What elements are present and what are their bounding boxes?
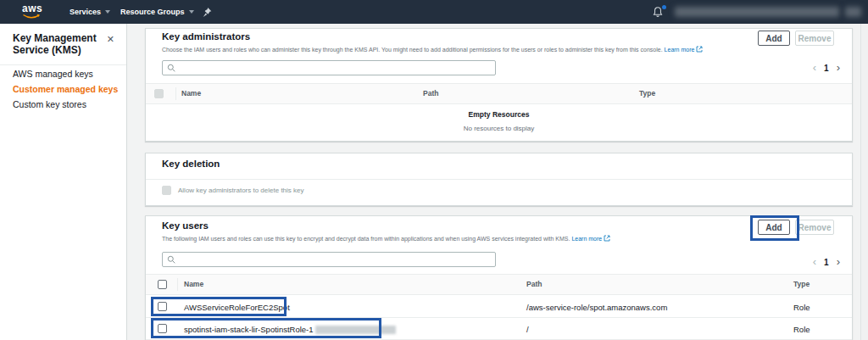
row-checkbox[interactable] <box>158 302 167 311</box>
chevron-down-icon <box>189 10 194 14</box>
pin-icon[interactable] <box>203 6 212 21</box>
nav-resource-groups-label: Resource Groups <box>120 8 185 16</box>
key-deletion-title: Key deletion <box>162 159 220 169</box>
learn-more-link[interactable]: Learn more <box>665 47 704 53</box>
nav-resource-groups[interactable]: Resource Groups <box>120 0 194 24</box>
page-number[interactable]: 1 <box>824 64 829 73</box>
column-divider <box>177 278 178 291</box>
kms-console-page: aws Services Resource Groups <box>0 0 868 340</box>
empty-state-title: Empty Resources <box>146 110 852 119</box>
sidebar-item-custom-key-stores[interactable]: Custom key stores <box>13 99 86 109</box>
cell-name: AWSServiceRoleForEC2Spot <box>184 303 290 312</box>
nav-services-label: Services <box>70 8 101 16</box>
cell-type: Role <box>793 325 810 334</box>
empty-state: Empty Resources No resources to display <box>146 104 852 132</box>
cell-path: /aws-service-role/spot.amazonaws.com <box>526 303 667 312</box>
external-link-icon <box>604 235 610 242</box>
top-navbar: aws Services Resource Groups <box>0 0 868 24</box>
sidebar-divider <box>0 64 126 65</box>
allow-deletion-checkbox <box>162 186 171 195</box>
key-users-panel: Key users The following IAM users and ro… <box>145 215 853 340</box>
cell-path: / <box>526 325 529 334</box>
page-next-button[interactable]: › <box>837 62 840 74</box>
add-button[interactable]: Add <box>758 220 790 235</box>
notification-badge <box>662 5 666 9</box>
key-administrators-title: Key administrators <box>162 31 250 42</box>
search-icon <box>167 255 175 264</box>
page-next-button[interactable]: › <box>837 256 840 268</box>
column-divider <box>175 87 176 100</box>
learn-more-link[interactable]: Learn more <box>571 236 610 242</box>
scrollbar[interactable] <box>860 24 868 340</box>
search-input[interactable] <box>162 60 496 75</box>
description-text: The following IAM users and roles can us… <box>162 236 570 242</box>
bell-icon[interactable] <box>653 6 663 21</box>
column-path: Path <box>423 89 438 98</box>
page-prev-button[interactable]: ‹ <box>813 256 816 268</box>
remove-button[interactable]: Remove <box>795 220 834 235</box>
chevron-down-icon <box>105 10 110 14</box>
external-link-icon <box>696 46 703 53</box>
role-suffix-redacted <box>315 326 396 334</box>
row-checkbox[interactable] <box>158 324 167 333</box>
nav-services[interactable]: Services <box>70 0 110 24</box>
region-redacted <box>845 7 861 17</box>
search-icon <box>167 64 175 72</box>
sidebar: Key Management Service (KMS) ✕ AWS manag… <box>0 24 127 340</box>
column-path: Path <box>526 280 542 288</box>
key-administrators-description: Choose the IAM users and roles who can a… <box>162 46 703 53</box>
table-header: Name Path Type <box>146 274 852 295</box>
select-all-checkbox[interactable] <box>158 280 167 289</box>
column-type: Type <box>639 89 655 98</box>
add-button[interactable]: Add <box>758 31 790 46</box>
pagination: ‹ 1 › <box>813 255 840 269</box>
select-all-checkbox <box>154 89 164 98</box>
aws-smile-icon <box>22 14 41 20</box>
column-name: Name <box>184 280 203 288</box>
key-users-description: The following IAM users and roles can us… <box>162 235 610 242</box>
key-deletion-panel: Key deletion Allow key administrators to… <box>145 153 853 206</box>
sidebar-item-customer-managed-keys[interactable]: Customer managed keys <box>13 84 118 94</box>
cell-type: Role <box>793 303 810 312</box>
table-header: Name Path Type <box>146 83 852 104</box>
pagination: ‹ 1 › <box>813 61 840 75</box>
aws-logo-text: aws <box>22 3 42 14</box>
description-text: Choose the IAM users and roles who can a… <box>162 47 663 53</box>
close-icon[interactable]: ✕ <box>107 34 114 45</box>
column-name: Name <box>181 89 201 98</box>
key-users-title: Key users <box>162 220 209 231</box>
aws-logo[interactable]: aws <box>22 3 42 20</box>
key-administrators-panel: Key administrators Choose the IAM users … <box>145 28 853 142</box>
panel-divider <box>146 179 852 180</box>
page-number[interactable]: 1 <box>824 258 829 267</box>
column-type: Type <box>793 280 810 288</box>
allow-deletion-label: Allow key administrators to delete this … <box>178 187 304 194</box>
search-input[interactable] <box>162 252 496 267</box>
cell-name: spotinst-iam-stack-lir-SpotinstRole-1 <box>184 325 396 334</box>
table-row[interactable]: spotinst-iam-stack-lir-SpotinstRole-1 / … <box>146 318 852 340</box>
account-name-redacted <box>675 7 839 17</box>
page-prev-button[interactable]: ‹ <box>813 62 816 74</box>
sidebar-title: Key Management Service (KMS) <box>13 32 102 56</box>
empty-state-message: No resources to display <box>146 125 852 132</box>
remove-button[interactable]: Remove <box>795 31 834 46</box>
sidebar-item-aws-managed-keys[interactable]: AWS managed keys <box>13 69 93 79</box>
table-row[interactable]: AWSServiceRoleForEC2Spot /aws-service-ro… <box>146 296 852 318</box>
